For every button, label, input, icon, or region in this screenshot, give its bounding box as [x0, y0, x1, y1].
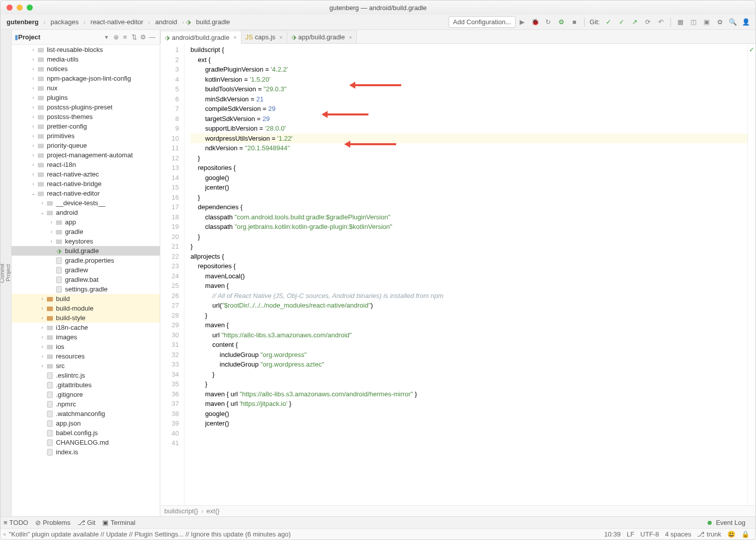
tree-node[interactable]: ›react-native-bridge	[12, 179, 160, 189]
tree-node[interactable]: ›priority-queue	[12, 141, 160, 150]
tree-node[interactable]: ›react-native-aztec	[12, 169, 160, 179]
hide-icon[interactable]: —	[148, 33, 157, 41]
tree-node[interactable]: ›notices	[12, 64, 160, 74]
event-log-button[interactable]: Event Log	[708, 519, 745, 526]
tree-node[interactable]: ⌄react-native-editor	[12, 189, 160, 198]
tab-app-build-gradle[interactable]: ⬗app/build.gradle×	[287, 30, 357, 43]
tree-node[interactable]: ›images	[12, 332, 160, 342]
crumb-4[interactable]: build.gradle	[193, 16, 233, 28]
status-encoding[interactable]: UTF-8	[638, 530, 662, 538]
tree-node[interactable]: ›plugins	[12, 93, 160, 102]
git-commit-icon[interactable]: ✓	[603, 17, 614, 28]
crumb-0[interactable]: gutenberg	[4, 16, 42, 28]
debug-icon[interactable]: 🐞	[530, 17, 541, 28]
git-revert-icon[interactable]: ↶	[655, 17, 666, 28]
tree-node[interactable]: ›media-utils	[12, 54, 160, 64]
tree-node[interactable]: settings.gradle	[12, 284, 160, 294]
tab-caps-js[interactable]: JScaps.js×	[241, 30, 287, 43]
git-history-icon[interactable]: ⟳	[642, 17, 653, 28]
coverage-icon[interactable]: ↻	[543, 17, 554, 28]
tree-node[interactable]: .npmrc	[12, 399, 160, 409]
user-icon[interactable]: 👤	[740, 17, 751, 28]
code-editor[interactable]: 1234567891011121314151617181920212223242…	[160, 44, 755, 505]
tree-node[interactable]: .gitattributes	[12, 380, 160, 390]
code-content[interactable]: buildscript { ext { gradlePluginVersion …	[184, 44, 747, 505]
status-branch[interactable]: ⎇ trunk	[694, 530, 724, 538]
tree-node[interactable]: ›build-module	[12, 304, 160, 313]
crumb-2[interactable]: react-native-editor	[88, 16, 147, 28]
tree-node[interactable]: ⬗build.gradle	[12, 246, 160, 256]
tree-node[interactable]: ›i18n-cache	[12, 323, 160, 332]
tree-node[interactable]: ›list-reusable-blocks	[12, 45, 160, 54]
layout2-icon[interactable]: ▣	[701, 17, 712, 28]
tree-node[interactable]: ›npm-package-json-lint-config	[12, 74, 160, 83]
crumb-3[interactable]: android	[152, 16, 180, 28]
close-icon[interactable]: ×	[233, 34, 236, 40]
tree-node[interactable]: .eslintrc.js	[12, 371, 160, 380]
gear-icon[interactable]: ⚙	[139, 33, 148, 41]
status-lf[interactable]: LF	[623, 530, 637, 538]
tree-node[interactable]: ›resources	[12, 351, 160, 361]
close-icon[interactable]: ×	[279, 34, 282, 40]
search-icon[interactable]: 🔍	[727, 17, 738, 28]
expand-icon[interactable]: ≡	[120, 33, 130, 41]
tree-node[interactable]: app.json	[12, 418, 160, 428]
git-push-icon[interactable]: ✓	[616, 17, 627, 28]
ide-icon[interactable]: ▦	[675, 17, 686, 28]
tree-node[interactable]: ›build	[12, 294, 160, 304]
status-message[interactable]: "Kotlin" plugin update available // Upda…	[9, 530, 601, 538]
add-configuration-button[interactable]: Add Configuration...	[449, 16, 516, 28]
locate-icon[interactable]: ⊕	[111, 33, 120, 41]
layout-icon[interactable]: ◫	[688, 17, 699, 28]
code-crumb-1[interactable]: ext{}	[207, 507, 220, 515]
tree-node[interactable]: CHANGELOG.md	[12, 438, 160, 447]
project-tree[interactable]: ›list-reusable-blocks›media-utils›notice…	[12, 45, 160, 516]
problems-button[interactable]: ⊘ Problems	[35, 519, 71, 526]
breadcrumb[interactable]: gutenberg› packages› react-native-editor…	[4, 16, 449, 28]
tree-node[interactable]: ›ios	[12, 342, 160, 351]
git-update-icon[interactable]: ↗	[629, 17, 640, 28]
project-panel-title[interactable]: Project	[18, 33, 105, 41]
tree-node[interactable]: ›react-i18n	[12, 160, 160, 169]
crumb-1[interactable]: packages	[47, 16, 82, 28]
gutter-project[interactable]: Project	[5, 259, 11, 286]
code-breadcrumb[interactable]: buildscript{} › ext{}	[160, 505, 755, 516]
gutter-commit[interactable]: Commit	[0, 259, 5, 288]
collapse-icon[interactable]: ⇅	[130, 33, 139, 41]
tree-node[interactable]: ›gradle	[12, 227, 160, 236]
tree-node[interactable]: ›postcss-plugins-preset	[12, 102, 160, 112]
tree-node[interactable]: ›prettier-config	[12, 122, 160, 131]
stop-icon[interactable]: ■	[569, 17, 580, 28]
tab-android-build-gradle[interactable]: ⬗android/build.gradle×	[160, 31, 241, 44]
close-icon[interactable]: ×	[349, 34, 352, 40]
tree-node[interactable]: gradle.properties	[12, 256, 160, 265]
settings-icon[interactable]: ✿	[714, 17, 725, 28]
tree-node[interactable]: ›primitives	[12, 131, 160, 141]
todo-button[interactable]: ≡ TODO	[4, 519, 28, 526]
tree-node[interactable]: ›app	[12, 217, 160, 227]
tree-node[interactable]: .watchmanconfig	[12, 409, 160, 418]
tree-node[interactable]: .gitignore	[12, 390, 160, 399]
toolwindow-icon[interactable]: ▫	[4, 530, 6, 538]
tree-node[interactable]: index.is	[12, 447, 160, 457]
status-indent[interactable]: 4 spaces	[662, 530, 694, 538]
git-button[interactable]: ⎇ Git	[78, 519, 96, 526]
status-lock-icon[interactable]: 🔒	[738, 530, 752, 538]
tree-node[interactable]: ›src	[12, 361, 160, 371]
inspection-ok-icon[interactable]: ✓	[748, 44, 755, 53]
tree-node[interactable]: ›__device-tests__	[12, 198, 160, 208]
tree-node[interactable]: babel.config.js	[12, 428, 160, 438]
tree-node[interactable]: ›build-style	[12, 313, 160, 323]
tree-node[interactable]: ⌄android	[12, 208, 160, 217]
terminal-button[interactable]: ▣ Terminal	[102, 519, 135, 526]
status-emoji[interactable]: 😃	[724, 530, 738, 538]
tree-node[interactable]: ›postcss-themes	[12, 112, 160, 122]
chevron-down-icon[interactable]: ▾	[105, 33, 108, 41]
tree-node[interactable]: ›project-management-automat	[12, 150, 160, 160]
tree-node[interactable]: ›keystores	[12, 236, 160, 246]
tree-node[interactable]: gradlew.bat	[12, 275, 160, 284]
run-icon[interactable]: ▶	[517, 17, 528, 28]
code-crumb-0[interactable]: buildscript{}	[164, 507, 198, 515]
tree-node[interactable]: gradlew	[12, 265, 160, 275]
tree-node[interactable]: ›nux	[12, 83, 160, 93]
